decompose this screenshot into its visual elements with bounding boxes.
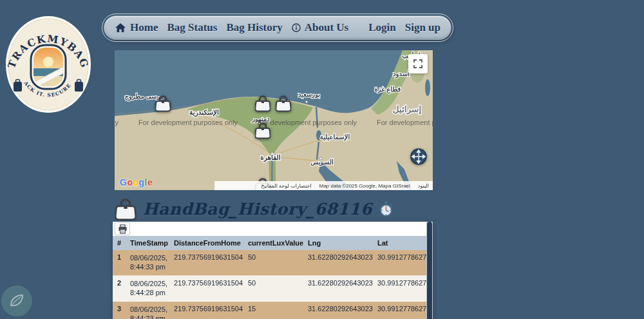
cell-lat: 30.99127786276 xyxy=(377,253,426,261)
map-tiles: مرسى مطروح الإسكندرية دمنهور بورسعيد الإ… xyxy=(115,50,433,190)
col-distance: DistanceFromHome xyxy=(174,239,248,247)
chat-widget[interactable] xyxy=(1,285,32,316)
nav-signup-label: Sign up xyxy=(405,21,440,34)
nav-home[interactable]: Home xyxy=(115,21,158,34)
cell-lux: 50 xyxy=(248,279,308,287)
table-row[interactable]: 2 08/06/2025, 8:44:28 pm 219.73756919631… xyxy=(113,276,426,302)
timestamp-time: 8:44:23 pm xyxy=(130,314,171,319)
map[interactable]: مرسى مطروح الإسكندرية دمنهور بورسعيد الإ… xyxy=(115,50,433,190)
timestamp-time: 8:44:33 pm xyxy=(130,262,171,271)
cell-distance: 219.73756919631504 xyxy=(174,279,248,287)
cell-lux: 50 xyxy=(248,253,308,261)
cell-lng: 31.62280292643023 xyxy=(308,253,377,261)
main-nav: Home Bag Status Bag History About Us Log… xyxy=(104,15,451,40)
nav-signup[interactable]: Sign up xyxy=(405,21,440,34)
map-label-port-said: بورسعيد xyxy=(298,91,320,99)
page-title: HandBag_History_68116 xyxy=(143,200,372,218)
google-letter: o xyxy=(133,177,138,188)
home-icon xyxy=(115,23,126,33)
map-label-israel: إسرائيل xyxy=(393,104,422,115)
nav-home-label: Home xyxy=(130,21,158,34)
nav-about-us[interactable]: About Us xyxy=(292,21,349,34)
google-logo[interactable]: Google xyxy=(120,177,153,188)
bag-marker[interactable] xyxy=(255,121,270,139)
brand-logo-image: TRACKMYBAG TRACK IT. SECURE IT. xyxy=(5,15,91,113)
history-table: # TimeStamp DistanceFromHome currentLuxV… xyxy=(113,222,433,319)
handbag-icon xyxy=(115,197,137,221)
table-row[interactable]: 3 08/06/2025, 8:44:23 pm 219.73756919631… xyxy=(113,302,426,319)
fullscreen-icon xyxy=(413,59,423,69)
history-heading: HandBag_History_68116 xyxy=(115,196,393,222)
cell-timestamp: 08/06/2025, 8:44:33 pm xyxy=(130,253,174,271)
timestamp-date: 08/06/2025, xyxy=(130,253,171,262)
table-toolbar xyxy=(113,222,426,236)
nav-login-label: Login xyxy=(368,21,396,34)
cell-lat: 30.99127786276 xyxy=(377,279,426,287)
cell-lat: 30.99127786276 xyxy=(377,305,426,313)
col-num: # xyxy=(117,239,130,247)
keyboard-shortcuts-link[interactable]: اختصارات لوحة المفاتيح xyxy=(261,183,311,189)
col-lng: Lng xyxy=(308,239,377,247)
cell-distance: 219.73756919631504 xyxy=(174,305,248,313)
map-label-alexandria: الإسكندرية xyxy=(189,108,219,117)
scrollbar-thumb[interactable] xyxy=(427,222,432,319)
timestamp-time: 8:44:28 pm xyxy=(130,288,171,297)
bag-marker[interactable] xyxy=(255,94,270,112)
cell-timestamp: 08/06/2025, 8:44:23 pm xyxy=(130,305,174,319)
col-timestamp: TimeStamp xyxy=(130,239,174,247)
map-label-suez: السويس xyxy=(310,159,334,166)
map-label-cairo: القاهرة xyxy=(260,153,281,162)
col-lat: Lat xyxy=(377,239,426,247)
print-button[interactable] xyxy=(115,222,130,235)
printer-icon xyxy=(118,224,128,234)
nav-about-us-label: About Us xyxy=(305,21,349,34)
bag-marker[interactable] xyxy=(276,94,291,112)
map-label-ismailia: الإسماعيلية xyxy=(320,133,350,141)
timestamp-date: 08/06/2025, xyxy=(130,305,171,314)
fullscreen-button[interactable] xyxy=(408,54,428,73)
nav-bag-history-label: Bag History xyxy=(226,21,282,34)
move-arrows-icon xyxy=(410,148,427,165)
cell-lng: 31.62280292643023 xyxy=(308,305,377,313)
nav-bag-status[interactable]: Bag Status xyxy=(167,21,217,34)
bag-marker[interactable] xyxy=(155,94,171,112)
terms-link[interactable]: البنود xyxy=(418,183,429,189)
pan-control-button[interactable] xyxy=(410,148,427,165)
google-letter: e xyxy=(147,177,153,188)
nav-bag-status-label: Bag Status xyxy=(167,21,217,34)
map-label-ashdod: أسدود xyxy=(393,70,410,79)
stopwatch-icon xyxy=(379,201,393,217)
table-row[interactable]: 1 08/06/2025, 8:44:33 pm 219.73756919631… xyxy=(113,250,426,276)
table-scrollbar[interactable] xyxy=(426,222,433,319)
cell-lux: 15 xyxy=(248,305,308,313)
cell-num: 1 xyxy=(117,253,130,261)
brand-logo[interactable]: TRACKMYBAG TRACK IT. SECURE IT. xyxy=(5,15,91,113)
map-data-text: Map data ©2025 Google, Mapa GISrael xyxy=(319,183,410,189)
cell-timestamp: 08/06/2025, 8:44:28 pm xyxy=(130,279,174,297)
map-attribution: اختصارات لوحة المفاتيح Map data ©2025 Go… xyxy=(214,181,433,190)
col-lux: currentLuxValue xyxy=(248,239,308,247)
google-letter: G xyxy=(120,177,127,188)
info-icon xyxy=(292,23,301,32)
cell-num: 3 xyxy=(117,305,130,313)
table-header: # TimeStamp DistanceFromHome currentLuxV… xyxy=(113,236,426,250)
cell-lng: 31.62280292643023 xyxy=(308,279,377,287)
cell-distance: 219.73756919631504 xyxy=(174,253,248,261)
nav-login[interactable]: Login xyxy=(368,21,396,34)
google-letter: g xyxy=(139,177,145,188)
leaf-icon xyxy=(7,291,26,311)
nav-bag-history[interactable]: Bag History xyxy=(226,21,282,34)
timestamp-date: 08/06/2025, xyxy=(130,279,171,288)
cell-num: 2 xyxy=(117,279,130,287)
